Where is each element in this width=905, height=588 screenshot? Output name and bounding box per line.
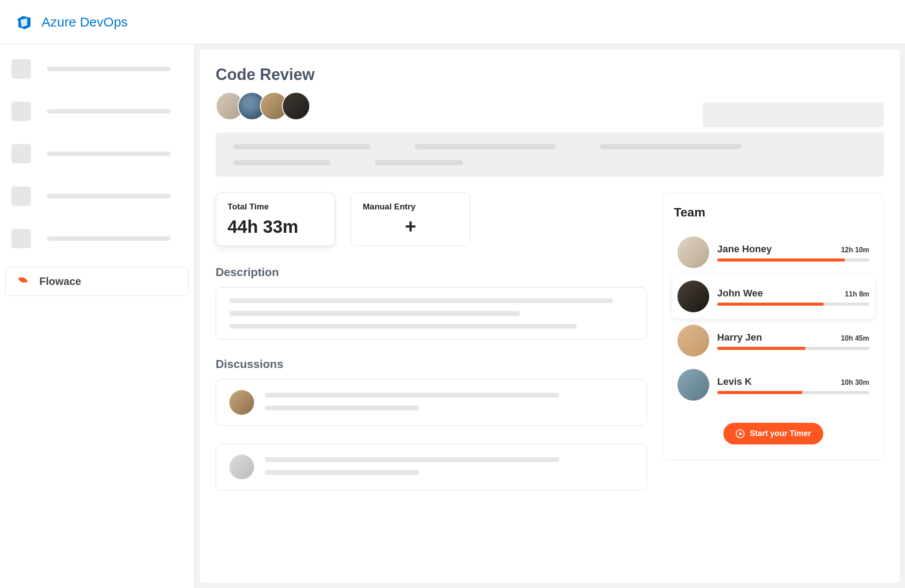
sidebar-item-placeholder[interactable]: [5, 140, 189, 168]
start-timer-label: Start your Timer: [750, 429, 811, 438]
progress-bar: [717, 347, 869, 350]
meta-block: [216, 133, 884, 177]
main: Code Review Total Time: [194, 44, 905, 588]
text-placeholder: [265, 406, 419, 410]
team-member-name: Jane Honey: [717, 243, 772, 255]
discussions-heading: Discussions: [216, 357, 647, 371]
start-timer-button[interactable]: Start your Timer: [723, 423, 824, 444]
description-box[interactable]: [216, 287, 647, 340]
text-placeholder: [229, 311, 520, 316]
azure-devops-logo-icon: [13, 11, 34, 33]
manual-entry-label: Manual Entry: [363, 202, 458, 212]
avatar: [677, 236, 709, 268]
team-member-time: 10h 45m: [841, 334, 869, 342]
sidebar-item-flowace[interactable]: Flowace: [5, 267, 189, 296]
nav-icon-placeholder: [11, 59, 31, 79]
team-member-time: 10h 30m: [841, 379, 869, 387]
manual-entry-card[interactable]: Manual Entry +: [351, 193, 470, 246]
nav-icon-placeholder: [11, 144, 31, 163]
text-placeholder: [229, 298, 613, 303]
total-time-label: Total Time: [228, 202, 323, 212]
progress-fill: [717, 347, 806, 350]
nav-label-placeholder: [47, 236, 171, 241]
nav-label-placeholder: [47, 109, 171, 114]
progress-fill: [717, 303, 824, 306]
flowace-logo-icon: [16, 275, 29, 288]
sidebar-item-label: Flowace: [39, 275, 81, 288]
play-icon: [736, 429, 745, 438]
sidebar-item-placeholder[interactable]: [5, 55, 189, 83]
progress-fill: [717, 391, 802, 394]
sidebar-item-placeholder[interactable]: [5, 224, 189, 253]
progress-bar: [717, 303, 869, 306]
team-card: Team Jane Honey 12h 10m: [663, 193, 884, 461]
meta-line-placeholder: [375, 160, 463, 165]
progress-fill: [717, 258, 845, 262]
stat-row: Total Time 44h 33m Manual Entry +: [216, 193, 647, 246]
team-member-name: Harry Jen: [717, 332, 762, 343]
brand-name: Azure DevOps: [42, 15, 128, 30]
team-member[interactable]: John Wee 11h 8m: [672, 274, 875, 319]
page-title: Code Review: [216, 65, 884, 84]
text-placeholder: [265, 393, 559, 398]
text-placeholder: [265, 470, 419, 475]
content-columns: Total Time 44h 33m Manual Entry + Descri…: [216, 193, 884, 508]
total-time-value: 44h 33m: [228, 217, 323, 237]
nav-icon-placeholder: [11, 102, 31, 121]
team-heading: Team: [672, 205, 875, 220]
team-member-name: Levis K: [717, 376, 752, 387]
team-member[interactable]: Levis K 10h 30m: [672, 363, 875, 407]
avatar: [677, 369, 709, 401]
nav-icon-placeholder: [11, 186, 31, 206]
nav-icon-placeholder: [11, 229, 31, 248]
meta-line-placeholder: [233, 160, 331, 165]
avatar: [229, 455, 254, 479]
discussion-item[interactable]: [216, 444, 647, 490]
meta-line-placeholder: [414, 144, 556, 149]
sidebar-item-placeholder[interactable]: [5, 182, 189, 210]
sidebar-item-placeholder[interactable]: [5, 97, 189, 125]
team-member-name: John Wee: [717, 288, 763, 299]
plus-icon: +: [363, 217, 458, 236]
nav-label-placeholder: [47, 194, 171, 198]
avatar[interactable]: [282, 92, 310, 120]
nav-label-placeholder: [47, 152, 171, 156]
avatar: [677, 281, 709, 312]
text-placeholder: [265, 457, 559, 462]
progress-bar: [717, 391, 869, 394]
left-column: Total Time 44h 33m Manual Entry + Descri…: [216, 193, 647, 508]
team-member[interactable]: Jane Honey 12h 10m: [672, 230, 875, 274]
discussion-item[interactable]: [216, 379, 647, 426]
meta-line-placeholder: [600, 144, 741, 149]
total-time-card: Total Time 44h 33m: [216, 193, 335, 246]
text-placeholder: [229, 324, 577, 329]
action-placeholder[interactable]: [703, 102, 884, 127]
team-member-time: 12h 10m: [841, 246, 869, 254]
description-heading: Description: [216, 266, 647, 279]
team-member[interactable]: Harry Jen 10h 45m: [672, 319, 875, 363]
layout: Flowace Code Review: [0, 44, 905, 588]
team-member-time: 11h 8m: [845, 290, 869, 298]
avatar: [677, 325, 709, 357]
progress-bar: [717, 258, 869, 262]
app-header: Azure DevOps: [0, 0, 905, 44]
content-card: Code Review Total Time: [200, 49, 900, 583]
meta-line-placeholder: [233, 144, 370, 149]
avatar: [229, 390, 254, 415]
nav-label-placeholder: [47, 67, 171, 71]
sidebar: Flowace: [0, 44, 194, 588]
right-column: Team Jane Honey 12h 10m: [663, 193, 884, 508]
